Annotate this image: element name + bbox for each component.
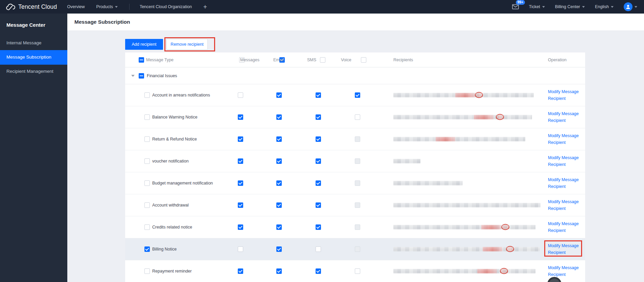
recipients-redacted [393, 203, 540, 208]
chevron-down-icon [582, 6, 585, 8]
user-avatar[interactable] [624, 2, 632, 11]
email-checkbox[interactable] [276, 224, 282, 230]
row-label: Repayment reminder [152, 269, 192, 274]
sms-checkbox[interactable] [316, 114, 321, 120]
topbar-right-items: TicketBilling CenterEnglish [529, 4, 614, 9]
modify-message-recipient-link[interactable]: Modify Message Recipient [548, 110, 584, 124]
nav-divider [129, 4, 130, 10]
email-checkbox[interactable] [276, 114, 282, 120]
messages-checkbox[interactable] [238, 158, 243, 164]
row-label: Billing Notice [152, 247, 177, 252]
row-select-checkbox[interactable] [144, 268, 150, 274]
redaction-red-mark [496, 114, 504, 120]
nav-item-tencent-cloud-organization[interactable]: Tencent Cloud Organization [140, 4, 192, 9]
messages-checkbox[interactable] [238, 224, 243, 230]
row-select-checkbox[interactable] [144, 158, 150, 164]
topbar-nav: OverviewProductsTencent Cloud Organizati… [67, 3, 207, 10]
row-select-checkbox[interactable] [144, 136, 150, 142]
topbar-item-english[interactable]: English [595, 4, 614, 9]
messages-checkbox[interactable] [238, 92, 243, 98]
sidebar-item-internal-message[interactable]: Internal Message [0, 36, 67, 50]
messages-checkbox[interactable] [238, 246, 243, 252]
chevron-down-icon [115, 6, 118, 8]
row-select-checkbox[interactable] [144, 92, 150, 98]
row-label: voucher notification [152, 159, 189, 164]
topbar-item-ticket[interactable]: Ticket [529, 4, 545, 9]
row-select-checkbox[interactable] [144, 246, 150, 252]
email-checkbox[interactable] [276, 202, 282, 208]
sidebar-item-message-subscription[interactable]: Message Subscription [0, 50, 67, 65]
voice-column-checkbox[interactable] [361, 57, 366, 63]
sms-checkbox[interactable] [316, 158, 321, 164]
messages-checkbox[interactable] [238, 136, 243, 142]
modify-message-recipient-link[interactable]: Modify Message Recipient [548, 176, 584, 190]
redaction-red-mark [506, 246, 514, 252]
sms-checkbox[interactable] [316, 224, 321, 230]
redaction-red-mark [481, 225, 501, 230]
messages-checkbox[interactable] [238, 114, 243, 120]
mail-button[interactable]: 99+ [512, 4, 519, 9]
row-label: Account withdrawal [152, 203, 189, 208]
nav-item-[interactable]: + [203, 3, 207, 10]
modify-message-recipient-link[interactable]: Modify Message Recipient [548, 132, 584, 146]
sms-column-checkbox[interactable] [320, 57, 325, 63]
table-row-balance-warning-notice: Balance Warning NoticeModify Message Rec… [125, 106, 585, 128]
chevron-down-icon [611, 6, 614, 8]
recipients-redacted [393, 159, 420, 164]
messages-checkbox[interactable] [238, 202, 243, 208]
messages-checkbox[interactable] [238, 268, 243, 274]
modify-message-recipient-link[interactable]: Modify Message Recipient [548, 198, 584, 212]
voice-checkbox [355, 158, 360, 164]
email-checkbox[interactable] [276, 92, 282, 98]
row-select-checkbox[interactable] [144, 114, 150, 120]
page-header: Message Subscription [67, 14, 644, 31]
column-header-email: Email [273, 58, 284, 62]
select-all-checkbox[interactable] [139, 57, 144, 63]
modify-message-recipient-link[interactable]: Modify Message Recipient [548, 242, 584, 256]
column-header-operation: Operation [548, 58, 567, 62]
voice-checkbox[interactable] [355, 114, 360, 120]
nav-item-products[interactable]: Products [96, 4, 118, 9]
email-checkbox[interactable] [276, 246, 282, 252]
column-header-message-type: Message Type [146, 58, 174, 62]
sms-checkbox[interactable] [316, 92, 321, 98]
table-row-billing-notice: Billing NoticeModify Message Recipient [125, 238, 585, 260]
voice-checkbox[interactable] [355, 92, 360, 98]
email-checkbox[interactable] [276, 136, 282, 142]
voice-checkbox[interactable] [355, 268, 360, 274]
add-recipient-button[interactable]: Add recipient [125, 39, 163, 50]
column-header-sms: SMS [307, 58, 316, 62]
row-select-checkbox[interactable] [144, 224, 150, 230]
tencent-cloud-brand[interactable]: Tencent Cloud [0, 3, 67, 10]
row-select-checkbox[interactable] [144, 202, 150, 208]
remove-recipient-button[interactable]: Remove recipient [166, 39, 208, 50]
column-header-recipients: Recipients [393, 58, 413, 62]
voice-checkbox [355, 136, 360, 142]
sms-checkbox[interactable] [316, 136, 321, 142]
modify-message-recipient-link[interactable]: Modify Message Recipient [548, 220, 584, 234]
content-area: Add recipient Remove recipient Message T… [67, 31, 644, 282]
modify-message-recipient-link[interactable]: Modify Message Recipient [548, 88, 584, 102]
messages-checkbox[interactable] [238, 180, 243, 186]
sms-checkbox[interactable] [316, 246, 321, 252]
mail-icon [512, 4, 519, 9]
email-checkbox[interactable] [276, 180, 282, 186]
modify-message-recipient-link[interactable]: Modify Message Recipient [548, 154, 584, 168]
collapse-triangle-icon[interactable] [131, 75, 135, 77]
sidebar-item-recipient-management[interactable]: Recipient Management [0, 65, 67, 79]
sms-checkbox[interactable] [316, 202, 321, 208]
topbar-item-billing-center[interactable]: Billing Center [555, 4, 585, 9]
modify-message-recipient-link[interactable]: Modify Message Recipient [548, 264, 584, 278]
topbar-right: 99+ TicketBilling CenterEnglish [512, 2, 644, 11]
nav-item-overview[interactable]: Overview [67, 4, 85, 9]
sms-checkbox[interactable] [316, 180, 321, 186]
sms-checkbox[interactable] [316, 268, 321, 274]
email-checkbox[interactable] [276, 158, 282, 164]
voice-checkbox [355, 202, 360, 208]
sidebar-items: Internal MessageMessage SubscriptionReci… [0, 36, 67, 79]
email-checkbox[interactable] [276, 268, 282, 274]
group-checkbox[interactable] [139, 73, 144, 79]
redaction-red-mark [474, 115, 493, 120]
row-select-checkbox[interactable] [144, 180, 150, 186]
recipients-redacted [393, 225, 535, 230]
